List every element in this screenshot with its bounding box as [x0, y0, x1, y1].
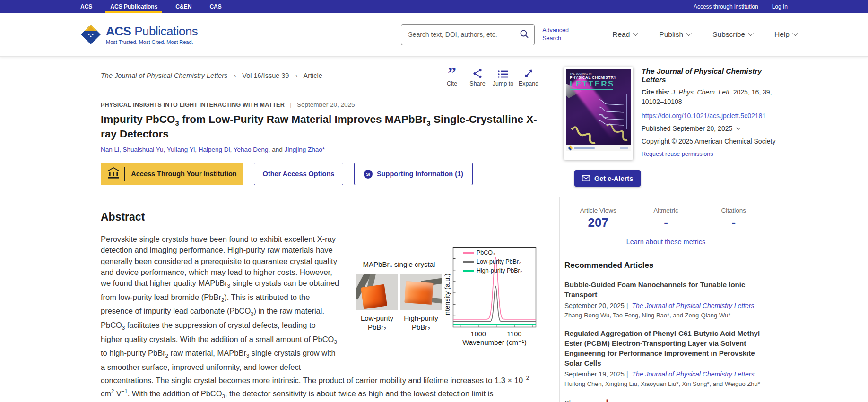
learn-about-metrics-link[interactable]: Learn about these metrics: [564, 238, 767, 246]
legend-swatch: [463, 270, 474, 272]
article-metrics: Article Views 207 Altmetric - Citations …: [564, 206, 767, 231]
jump-to-label: Jump to: [493, 80, 513, 87]
recommended-article-journal-link[interactable]: The Journal of Physical Chemistry Letter…: [632, 302, 754, 309]
topbar-link-acs[interactable]: ACS: [75, 0, 98, 13]
legend-swatch: [463, 252, 474, 254]
published-expand-icon[interactable]: [736, 125, 741, 130]
recommended-article-authors: Zhang-Rong Wu, Tao Feng, Ning Bao*, and …: [564, 312, 767, 319]
cover-masthead: THE JOURNAL OF PHYSICAL CHEMISTRY LETTER…: [566, 69, 631, 90]
chart-legend: PbCO₃Low-purity PbBr₂High-purity PbBr₂: [463, 248, 522, 275]
recommended-article-title[interactable]: Bubble-Guided Foam Nanochannels for Tuna…: [564, 280, 767, 299]
share-icon: [473, 68, 483, 78]
article-sidebar: THE JOURNAL OF PHYSICAL CHEMISTRY LETTER…: [564, 67, 790, 402]
high-purity-crystal-photo: [400, 274, 442, 310]
metric-altmetric: Altmetric -: [632, 206, 699, 231]
legend-swatch: [463, 261, 474, 263]
recommended-article[interactable]: Bubble-Guided Foam Nanochannels for Tuna…: [564, 280, 767, 319]
topbar-account-links: Access through institution Log In: [694, 0, 788, 13]
author-list[interactable]: Nan Li, Shuaishuai Yu, Yuliang Yi, Haipe…: [101, 146, 541, 153]
cite-this-line: Cite this: J. Phys. Chem. Lett. 2025, 16…: [642, 87, 778, 107]
recommended-article-authors: Huilong Chen, Xingting Liu, Xiaoyuan Liu…: [564, 380, 767, 387]
journal-cover-thumbnail[interactable]: THE JOURNAL OF PHYSICAL CHEMISTRY LETTER…: [564, 67, 633, 160]
jump-to-button[interactable]: Jump to: [490, 67, 516, 87]
article-category-row: PHYSICAL INSIGHTS INTO LIGHT INTERACTING…: [101, 101, 541, 108]
share-button[interactable]: Share: [465, 67, 490, 87]
meta-separator: |: [626, 370, 628, 378]
search-icon: [520, 29, 529, 39]
recommended-article-meta: September 20, 2025| The Journal of Physi…: [564, 302, 767, 309]
nav-subscribe[interactable]: Subscribe: [712, 30, 753, 39]
article-actions: ” Cite Share: [439, 67, 541, 87]
nav-publish[interactable]: Publish: [659, 30, 691, 39]
nav-help-label: Help: [774, 30, 790, 39]
abstract-section: MAPbBr₃ single crystal: [101, 234, 541, 402]
recommended-article-journal-link[interactable]: The Journal of Physical Chemistry Letter…: [632, 370, 754, 378]
top-bar: ACS ACS Publications C&EN CAS Access thr…: [0, 0, 868, 13]
jump-to-icon: [498, 70, 508, 78]
metric-label: Altmetric: [632, 207, 699, 214]
nav-help[interactable]: Help: [774, 30, 797, 39]
abstract-heading: Abstract: [101, 211, 541, 223]
acs-publications-logo[interactable]: ACS Publications Most Trusted. Most Cite…: [80, 24, 198, 45]
access-institution-button[interactable]: Access Through Your Institution: [101, 163, 243, 185]
logo-text: ACS Publications Most Trusted. Most Cite…: [106, 24, 198, 45]
topbar-links: ACS ACS Publications C&EN CAS: [75, 0, 234, 13]
access-options-row: Access Through Your Institution Other Ac…: [101, 163, 541, 185]
envelope-icon: [582, 175, 590, 181]
get-e-alerts-button[interactable]: Get e-Alerts: [574, 170, 641, 187]
category-separator: |: [290, 102, 291, 108]
doi-link[interactable]: https://doi.org/10.1021/acs.jpclett.5c02…: [642, 112, 778, 120]
recommended-article[interactable]: Regulated Aggregation of Phenyl-C61-Buty…: [564, 328, 767, 387]
show-more-label: Show more: [564, 399, 599, 402]
meta-separator: |: [626, 302, 628, 309]
article-date: September 20, 2025: [297, 101, 355, 108]
chevron-down-icon: [792, 30, 798, 35]
cite-button[interactable]: ” Cite: [439, 67, 465, 87]
virtual-issue-link[interactable]: PHYSICAL INSIGHTS INTO LIGHT INTERACTING…: [101, 102, 285, 108]
breadcrumb-journal-link[interactable]: The Journal of Physical Chemistry Letter…: [101, 72, 227, 79]
metric-value: 207: [564, 216, 632, 229]
page-content: The Journal of Physical Chemistry Letter…: [0, 57, 868, 402]
logo-acs: ACS: [106, 24, 131, 38]
raman-spectrum-chart: Intensity (a.u.) PbCO₃Low-purity PbBr₂Hi…: [443, 247, 537, 357]
supporting-information-button[interactable]: SI Supporting Information (1): [354, 163, 473, 185]
cover-rule: [570, 89, 613, 90]
cite-icon: ”: [448, 68, 456, 78]
topbar-link-acs-publications[interactable]: ACS Publications: [104, 0, 163, 13]
advanced-search-link[interactable]: Advanced Search: [542, 26, 573, 43]
journal-title[interactable]: The Journal of Physical Chemistry Letter…: [642, 67, 778, 84]
show-more-button[interactable]: Show more ✚: [564, 399, 767, 402]
expand-label: Expand: [519, 80, 538, 87]
login-link[interactable]: Log In: [772, 3, 788, 10]
x-tick-label: 1100: [507, 329, 521, 340]
search-input[interactable]: [401, 24, 535, 45]
crystal-graphic: [404, 281, 433, 305]
crystal-photos-panel: MAPbBr₃ single crystal: [355, 240, 443, 357]
search-button[interactable]: [517, 27, 532, 42]
metric-citations: Citations -: [700, 206, 767, 231]
breadcrumb-separator: ›: [295, 72, 297, 79]
other-access-options-button[interactable]: Other Access Options: [254, 163, 343, 185]
topbar-link-cas[interactable]: CAS: [204, 0, 227, 13]
published-date: Published September 20, 2025: [642, 125, 732, 132]
logo-tagline: Most Trusted. Most Cited. Most Read.: [106, 39, 198, 45]
article-main: The Journal of Physical Chemistry Letter…: [101, 67, 541, 402]
recommended-article-title[interactable]: Regulated Aggregation of Phenyl-C61-Buty…: [564, 328, 767, 368]
breadcrumb: The Journal of Physical Chemistry Letter…: [101, 72, 322, 79]
share-label: Share: [469, 80, 485, 87]
topbar-link-cen[interactable]: C&EN: [170, 0, 197, 13]
nav-publish-label: Publish: [659, 30, 683, 39]
nav-read[interactable]: Read: [612, 30, 637, 39]
abstract-graphic[interactable]: MAPbBr₃ single crystal: [349, 234, 541, 362]
request-reuse-permissions-link[interactable]: Request reuse permissions: [642, 151, 778, 157]
plus-icon: ✚: [604, 399, 610, 402]
topbar-divider: [765, 3, 765, 9]
breadcrumb-issue-link[interactable]: Vol 16/Issue 39: [242, 72, 289, 79]
nav-subscribe-label: Subscribe: [712, 30, 745, 39]
recommended-article-meta: September 19, 2025| The Journal of Physi…: [564, 370, 767, 378]
legend-item: High-purity PbBr₂: [463, 266, 522, 275]
expand-button[interactable]: Expand: [516, 67, 541, 87]
cover-line-3: LETTERS: [570, 80, 631, 88]
x-tick-label: 1000: [471, 329, 486, 340]
access-through-institution-link[interactable]: Access through institution: [694, 3, 758, 10]
